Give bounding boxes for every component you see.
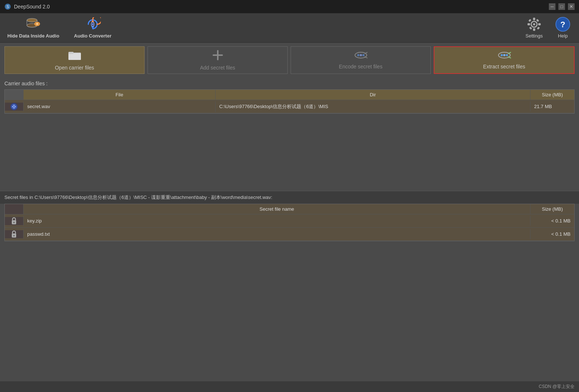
- lock-icon-1: [5, 230, 23, 238]
- hide-data-label: Hide Data Inside Audio: [7, 33, 59, 39]
- audio-converter-icon: [84, 17, 102, 32]
- app-container: Hide Data Inside Audio Audio Converter: [0, 13, 579, 392]
- svg-point-44: [13, 222, 15, 223]
- close-button[interactable]: ✕: [568, 3, 575, 10]
- svg-point-37: [10, 103, 18, 110]
- toolbar-item-help[interactable]: ? Help: [554, 17, 572, 39]
- audio-play-icon: [5, 103, 23, 111]
- carrier-th-file: File: [23, 90, 215, 100]
- svg-point-40: [13, 107, 15, 108]
- action-row: Open carrier files Add secret files: [0, 43, 579, 78]
- svg-point-5: [36, 23, 38, 25]
- secret-file-name-0: key.zip: [23, 216, 530, 226]
- svg-point-39: [13, 105, 15, 106]
- carrier-section-label: Carrier audio files :: [0, 78, 579, 89]
- svg-rect-18: [536, 19, 539, 22]
- svg-point-9: [92, 23, 93, 25]
- svg-point-30: [362, 54, 365, 56]
- app-title: DeepSound 2.0: [14, 4, 50, 10]
- svg-point-2: [27, 18, 37, 22]
- extract-icon: [497, 51, 512, 61]
- svg-point-33: [503, 54, 505, 56]
- secret-th-name: Secret file name: [23, 204, 530, 214]
- secret-file-size-1: < 0.1 MB: [530, 229, 574, 239]
- secret-file-size-0: < 0.1 MB: [530, 216, 574, 226]
- add-secret-label: Add secret files: [200, 65, 235, 71]
- settings-label: Settings: [526, 33, 543, 39]
- footer: CSDN @零上安全: [0, 381, 579, 392]
- help-icon: ?: [554, 17, 572, 32]
- carrier-dir: C:\Users\97766\Desktop\信息分析试题（6道）\MIS: [215, 101, 530, 112]
- extract-secret-label: Extract secret files: [483, 64, 525, 70]
- svg-rect-23: [68, 53, 81, 60]
- extract-secret-button[interactable]: Extract secret files: [434, 46, 575, 74]
- svg-text:S: S: [7, 5, 9, 9]
- title-bar-controls[interactable]: ─ □ ✕: [549, 3, 575, 10]
- svg-point-32: [501, 54, 503, 56]
- carrier-th-icon: [5, 90, 23, 100]
- svg-rect-15: [538, 23, 541, 25]
- help-label: Help: [558, 33, 568, 39]
- svg-point-29: [360, 54, 362, 56]
- minimize-button[interactable]: ─: [549, 3, 555, 10]
- toolbar: Hide Data Inside Audio Audio Converter: [0, 13, 579, 43]
- svg-rect-14: [528, 23, 530, 25]
- svg-rect-19: [529, 26, 532, 29]
- secret-th-icon: [5, 204, 23, 214]
- title-bar: S DeepSound 2.0 ─ □ ✕: [0, 0, 579, 13]
- open-carrier-label: Open carrier files: [55, 65, 94, 71]
- restore-button[interactable]: □: [558, 3, 565, 10]
- folder-icon: [68, 50, 81, 62]
- svg-rect-13: [533, 28, 535, 31]
- plus-icon: [212, 50, 223, 62]
- carrier-file-name: secret.wav: [23, 101, 215, 111]
- app-icon: S: [4, 3, 11, 10]
- carrier-th-dir: Dir: [215, 90, 530, 100]
- secret-section-label: Secret files in C:\Users\97766\Desktop\信…: [0, 191, 579, 204]
- secret-table: Secret file name Size (MB) key.zip < 0.1…: [4, 204, 575, 241]
- svg-rect-16: [528, 19, 531, 22]
- svg-point-11: [533, 23, 535, 25]
- svg-point-42: [14, 106, 16, 107]
- open-carrier-button[interactable]: Open carrier files: [4, 46, 145, 74]
- toolbar-item-audio-converter[interactable]: Audio Converter: [74, 17, 111, 39]
- secret-row-0[interactable]: key.zip < 0.1 MB: [5, 214, 574, 228]
- secret-section: Secret files in C:\Users\97766\Desktop\信…: [0, 191, 579, 241]
- add-secret-button[interactable]: Add secret files: [148, 46, 288, 74]
- title-bar-left: S DeepSound 2.0: [4, 3, 50, 10]
- svg-point-41: [12, 106, 14, 107]
- svg-rect-12: [533, 18, 535, 20]
- carrier-table-empty-area: [0, 114, 579, 187]
- encode-icon: [354, 51, 368, 61]
- lock-icon-0: [5, 217, 23, 225]
- svg-point-46: [13, 235, 15, 236]
- carrier-table-row[interactable]: secret.wav C:\Users\97766\Desktop\信息分析试题…: [5, 100, 574, 113]
- svg-rect-17: [537, 26, 540, 29]
- secret-file-name-1: passwd.txt: [23, 229, 530, 239]
- svg-point-28: [357, 54, 359, 56]
- svg-point-34: [506, 54, 508, 56]
- carrier-size: 21.7 MB: [530, 101, 574, 111]
- carrier-table: File Dir Size (MB) secret.wav: [4, 89, 575, 114]
- carrier-table-header: File Dir Size (MB): [5, 90, 574, 100]
- toolbar-item-settings[interactable]: Settings: [525, 17, 543, 39]
- secret-table-header: Secret file name Size (MB): [5, 204, 574, 214]
- footer-text: CSDN @零上安全: [539, 384, 575, 389]
- secret-row-1[interactable]: passwd.txt < 0.1 MB: [5, 228, 574, 241]
- database-audio-icon: [25, 17, 42, 32]
- secret-th-size: Size (MB): [530, 204, 574, 214]
- svg-rect-24: [68, 52, 74, 54]
- audio-converter-label: Audio Converter: [74, 33, 111, 39]
- toolbar-right: Settings ? Help: [525, 17, 572, 39]
- encode-secret-label: Encode secret files: [339, 64, 382, 70]
- settings-icon: [525, 17, 543, 32]
- toolbar-item-hide-data[interactable]: Hide Data Inside Audio: [7, 17, 59, 39]
- svg-text:?: ?: [560, 20, 565, 29]
- encode-secret-button[interactable]: Encode secret files: [291, 46, 431, 74]
- carrier-th-size: Size (MB): [530, 90, 574, 100]
- carrier-section: Carrier audio files : File Dir Size (MB): [0, 78, 579, 187]
